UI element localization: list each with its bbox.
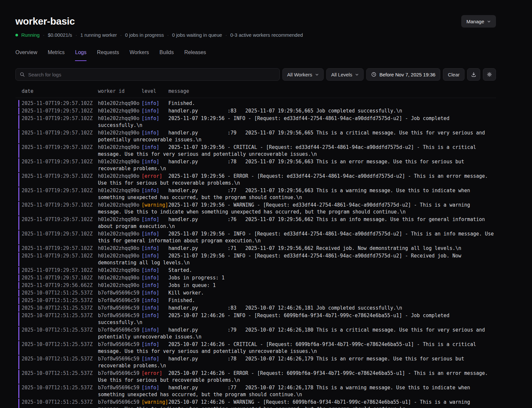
log-row[interactable]: 2025-11-07T19:29:57.102Zh01e202zhqq90o[i… bbox=[18, 144, 496, 158]
log-date: 2025-10-07T12:51:25.537Z bbox=[22, 327, 98, 334]
log-row[interactable]: 2025-11-07T19:29:57.102Zh01e202zhqq90o[i… bbox=[18, 187, 496, 201]
log-row[interactable]: 2025-11-07T19:29:57.102Zh01e202zhqq90o[i… bbox=[18, 267, 496, 274]
log-row[interactable]: 2025-11-07T19:29:57.102Zh01e202zhqq90o[i… bbox=[18, 245, 496, 252]
column-header-date: date bbox=[22, 88, 98, 95]
log-content: b7of8w95696c59[info]handler.py :78 2025-… bbox=[98, 356, 496, 369]
log-date: 2025-10-07T12:51:25.537Z bbox=[22, 312, 98, 319]
log-content: h01e202zhqq90o[info]2025-11-07 19:29:56 … bbox=[98, 115, 496, 129]
log-level: [info] bbox=[142, 275, 168, 281]
download-button[interactable] bbox=[467, 68, 480, 81]
log-content: h01e202zhqq90o[info]handler.py :79 2025-… bbox=[98, 130, 496, 143]
log-row[interactable]: 2025-11-07T19:29:57.102Zh01e202zhqq90o[w… bbox=[18, 202, 496, 215]
tab-overview[interactable]: Overview bbox=[15, 50, 37, 61]
log-date: 2025-11-07T19:29:57.102Z bbox=[22, 216, 98, 223]
status-workers-recommended: 0-3 active workers recommended bbox=[230, 32, 303, 38]
tab-builds[interactable]: Builds bbox=[160, 50, 174, 61]
log-row[interactable]: 2025-11-07T19:29:57.102Zh01e202zhqq90o[i… bbox=[18, 108, 496, 114]
log-date: 2025-10-07T12:51:25.537Z bbox=[22, 290, 98, 296]
log-level: [error] bbox=[142, 370, 168, 377]
log-date: 2025-11-07T19:29:57.102Z bbox=[22, 158, 98, 165]
log-row[interactable]: 2025-10-07T12:51:25.537Zb7of8w95696c59[i… bbox=[18, 356, 496, 369]
log-row[interactable]: 2025-10-07T12:51:25.537Zb7of8w95696c59[w… bbox=[18, 399, 496, 408]
log-level: [info] bbox=[142, 290, 168, 296]
tab-releases[interactable]: Releases bbox=[184, 50, 206, 61]
log-row[interactable]: 2025-10-07T12:51:25.537Zb7of8w95696c59[i… bbox=[18, 384, 496, 398]
log-content: h01e202zhqq90o[info]handler.py :76 2025-… bbox=[98, 216, 496, 230]
log-content: b7of8w95696c59[info]2025-10-07 12:46:26 … bbox=[98, 341, 496, 355]
search-box[interactable] bbox=[15, 68, 280, 81]
status-separator: · bbox=[75, 32, 77, 38]
tab-requests[interactable]: Requests bbox=[97, 50, 119, 61]
gear-icon bbox=[487, 72, 492, 77]
log-worker-id: b7of8w95696c59 bbox=[98, 312, 142, 319]
log-worker-id: h01e202zhqq90o bbox=[98, 245, 142, 252]
log-level: [info] bbox=[142, 115, 168, 122]
log-date: 2025-11-07T19:29:57.102Z bbox=[22, 115, 98, 122]
log-row[interactable]: 2025-11-07T19:29:57.102Zh01e202zhqq90o[i… bbox=[18, 216, 496, 230]
log-row[interactable]: 2025-11-07T19:29:57.102Zh01e202zhqq90o[i… bbox=[18, 100, 496, 107]
status-row: Running · $0.00021/s · 1 running worker … bbox=[15, 32, 496, 38]
log-content: h01e202zhqq90o[info]Jobs in progress: 1 bbox=[98, 275, 496, 281]
workers-filter[interactable]: All Workers bbox=[282, 68, 324, 81]
log-row[interactable]: 2025-10-07T12:51:25.537Zb7of8w95696c59[i… bbox=[18, 327, 496, 340]
workers-filter-label: All Workers bbox=[287, 72, 312, 77]
log-row[interactable]: 2025-11-07T19:29:57.102Zh01e202zhqq90o[i… bbox=[18, 231, 496, 244]
log-worker-id: h01e202zhqq90o bbox=[98, 267, 142, 274]
log-worker-id: b7of8w95696c59 bbox=[98, 370, 142, 377]
clear-button-label: Clear bbox=[448, 72, 460, 77]
log-level: [info] bbox=[142, 312, 168, 319]
log-message: Started. bbox=[168, 267, 192, 273]
log-date: 2025-10-07T12:51:25.537Z bbox=[22, 297, 98, 304]
clock-icon bbox=[371, 72, 376, 77]
log-level: [info] bbox=[142, 100, 168, 107]
log-message: Jobs in progress: 1 bbox=[168, 275, 225, 281]
log-message: handler.py :83 2025-10-07 12:46:26,181 J… bbox=[168, 305, 402, 311]
log-row[interactable]: 2025-11-07T19:29:57.102Zh01e202zhqq90o[i… bbox=[18, 130, 496, 143]
log-date: 2025-10-07T12:51:25.537Z bbox=[22, 356, 98, 362]
status-state: Running bbox=[21, 32, 40, 38]
tab-metrics[interactable]: Metrics bbox=[48, 50, 65, 61]
log-content: h01e202zhqq90o[info]handler.py :77 2025-… bbox=[98, 187, 496, 201]
search-input[interactable] bbox=[28, 72, 276, 77]
log-level: [info] bbox=[142, 305, 168, 312]
settings-button[interactable] bbox=[483, 68, 496, 81]
levels-filter[interactable]: All Levels bbox=[326, 68, 364, 81]
log-row[interactable]: 2025-10-07T12:51:25.537Zb7of8w95696c59[i… bbox=[18, 312, 496, 326]
log-level: [warning] bbox=[142, 399, 168, 406]
log-message: handler.py :71 2025-11-07 19:29:56,662 R… bbox=[168, 245, 461, 251]
column-header-level: level bbox=[142, 88, 168, 95]
date-filter[interactable]: Before Nov 7, 2025 19:36 bbox=[366, 68, 440, 81]
log-level: [info] bbox=[142, 384, 168, 391]
log-row[interactable]: 2025-10-07T12:51:25.537Zb7of8w95696c59[e… bbox=[18, 370, 496, 384]
log-content: h01e202zhqq90o[info]handler.py :71 2025-… bbox=[98, 245, 496, 252]
log-level: [info] bbox=[142, 282, 168, 289]
log-worker-id: b7of8w95696c59 bbox=[98, 384, 142, 391]
log-worker-id: h01e202zhqq90o bbox=[98, 130, 142, 136]
date-filter-label: Before Nov 7, 2025 19:36 bbox=[379, 72, 435, 77]
log-date: 2025-10-07T12:51:25.537Z bbox=[22, 399, 98, 406]
log-table-header: date worker id level message bbox=[15, 88, 496, 98]
log-level: [info] bbox=[142, 144, 168, 151]
tab-workers[interactable]: Workers bbox=[130, 50, 149, 61]
log-row[interactable]: 2025-10-07T12:51:25.537Zb7of8w95696c59[i… bbox=[18, 341, 496, 355]
tab-logs[interactable]: Logs bbox=[75, 50, 86, 61]
manage-button[interactable]: Manage bbox=[461, 15, 496, 28]
log-row[interactable]: 2025-11-07T19:29:57.102Zh01e202zhqq90o[e… bbox=[18, 173, 496, 187]
log-content: h01e202zhqq90o[info]Started. bbox=[98, 267, 496, 274]
log-row[interactable]: 2025-10-07T12:51:25.537Zb7of8w95696c59[i… bbox=[18, 305, 496, 312]
log-row[interactable]: 2025-11-07T19:29:57.102Zh01e202zhqq90o[i… bbox=[18, 253, 496, 266]
log-level: [info] bbox=[142, 216, 168, 223]
log-row[interactable]: 2025-10-07T12:51:25.537Zb7of8w95696c59[i… bbox=[18, 297, 496, 304]
log-row[interactable]: 2025-11-07T19:29:56.662Zh01e202zhqq90o[i… bbox=[18, 282, 496, 289]
logs-toolbar: All Workers All Levels Before Nov 7, 202… bbox=[15, 68, 496, 81]
log-row[interactable]: 2025-11-07T19:29:57.102Zh01e202zhqq90o[i… bbox=[18, 275, 496, 281]
log-worker-id: b7of8w95696c59 bbox=[98, 356, 142, 362]
worker-logs-page: worker-basic Manage Running · $0.00021/s… bbox=[0, 0, 532, 408]
log-level: [info] bbox=[142, 297, 168, 304]
log-row[interactable]: 2025-11-07T19:29:57.102Zh01e202zhqq90o[i… bbox=[18, 115, 496, 129]
log-row[interactable]: 2025-10-07T12:51:25.537Zb7of8w95696c59[i… bbox=[18, 290, 496, 296]
page-header: worker-basic Manage bbox=[15, 15, 496, 28]
clear-button[interactable]: Clear bbox=[443, 68, 465, 81]
log-row[interactable]: 2025-11-07T19:29:57.102Zh01e202zhqq90o[i… bbox=[18, 158, 496, 172]
chevron-down-icon bbox=[487, 20, 491, 23]
